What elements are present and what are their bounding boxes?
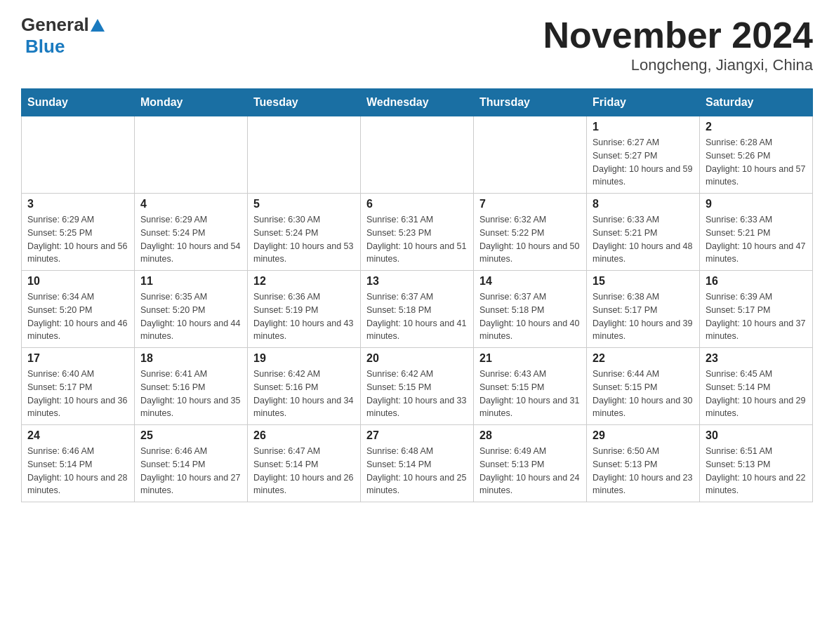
week-row-4: 17Sunrise: 6:40 AMSunset: 5:17 PMDayligh… xyxy=(22,348,813,425)
day-number: 2 xyxy=(706,121,807,133)
day-info: Sunrise: 6:33 AMSunset: 5:21 PMDaylight:… xyxy=(593,213,694,266)
day-info: Sunrise: 6:30 AMSunset: 5:24 PMDaylight:… xyxy=(253,213,355,266)
calendar-cell: 14Sunrise: 6:37 AMSunset: 5:18 PMDayligh… xyxy=(474,271,587,348)
day-number: 8 xyxy=(593,198,694,210)
day-info: Sunrise: 6:34 AMSunset: 5:20 PMDaylight:… xyxy=(27,290,128,343)
calendar-cell: 12Sunrise: 6:36 AMSunset: 5:19 PMDayligh… xyxy=(248,271,361,348)
day-number: 28 xyxy=(479,429,581,442)
calendar-cell xyxy=(135,116,248,194)
weekday-header-monday: Monday xyxy=(135,89,248,116)
calendar-cell: 29Sunrise: 6:50 AMSunset: 5:13 PMDayligh… xyxy=(587,425,700,502)
calendar-cell: 7Sunrise: 6:32 AMSunset: 5:22 PMDaylight… xyxy=(474,194,587,271)
calendar-cell xyxy=(474,116,587,194)
day-info: Sunrise: 6:44 AMSunset: 5:15 PMDaylight:… xyxy=(593,368,694,420)
day-number: 26 xyxy=(253,429,355,442)
calendar-cell: 26Sunrise: 6:47 AMSunset: 5:14 PMDayligh… xyxy=(248,425,361,502)
weekday-header-friday: Friday xyxy=(587,89,700,116)
calendar-cell xyxy=(248,116,361,194)
day-number: 29 xyxy=(593,429,694,442)
week-row-1: 1Sunrise: 6:27 AMSunset: 5:27 PMDaylight… xyxy=(22,116,813,194)
day-info: Sunrise: 6:39 AMSunset: 5:17 PMDaylight:… xyxy=(706,290,807,343)
day-info: Sunrise: 6:37 AMSunset: 5:18 PMDaylight:… xyxy=(479,290,581,343)
day-info: Sunrise: 6:28 AMSunset: 5:26 PMDaylight:… xyxy=(706,136,807,189)
calendar-cell: 30Sunrise: 6:51 AMSunset: 5:13 PMDayligh… xyxy=(700,425,813,502)
page-header: General Blue November 2024 Longcheng, Ji… xyxy=(21,14,813,74)
day-number: 9 xyxy=(706,198,807,210)
calendar-cell: 28Sunrise: 6:49 AMSunset: 5:13 PMDayligh… xyxy=(474,425,587,502)
day-number: 1 xyxy=(593,121,694,133)
day-info: Sunrise: 6:37 AMSunset: 5:18 PMDaylight:… xyxy=(366,290,468,343)
day-number: 5 xyxy=(253,198,355,210)
day-number: 6 xyxy=(366,198,468,210)
day-info: Sunrise: 6:29 AMSunset: 5:24 PMDaylight:… xyxy=(140,213,241,266)
weekday-header-tuesday: Tuesday xyxy=(248,89,361,116)
day-number: 19 xyxy=(253,352,355,365)
day-info: Sunrise: 6:45 AMSunset: 5:14 PMDaylight:… xyxy=(706,368,807,420)
day-number: 13 xyxy=(366,275,468,288)
day-number: 20 xyxy=(366,352,468,365)
calendar-cell: 6Sunrise: 6:31 AMSunset: 5:23 PMDaylight… xyxy=(361,194,474,271)
calendar-cell: 4Sunrise: 6:29 AMSunset: 5:24 PMDaylight… xyxy=(135,194,248,271)
day-info: Sunrise: 6:35 AMSunset: 5:20 PMDaylight:… xyxy=(140,290,241,343)
calendar-cell: 1Sunrise: 6:27 AMSunset: 5:27 PMDaylight… xyxy=(587,116,700,194)
day-number: 14 xyxy=(479,275,581,288)
logo: General Blue xyxy=(21,14,106,58)
day-info: Sunrise: 6:38 AMSunset: 5:17 PMDaylight:… xyxy=(593,290,694,343)
day-number: 18 xyxy=(140,352,241,365)
weekday-header-row: SundayMondayTuesdayWednesdayThursdayFrid… xyxy=(22,89,813,116)
calendar-cell: 24Sunrise: 6:46 AMSunset: 5:14 PMDayligh… xyxy=(22,425,135,502)
day-info: Sunrise: 6:41 AMSunset: 5:16 PMDaylight:… xyxy=(140,368,241,420)
day-number: 12 xyxy=(253,275,355,288)
day-info: Sunrise: 6:43 AMSunset: 5:15 PMDaylight:… xyxy=(479,368,581,420)
day-number: 4 xyxy=(140,198,241,210)
day-number: 25 xyxy=(140,429,241,442)
day-info: Sunrise: 6:47 AMSunset: 5:14 PMDaylight:… xyxy=(253,445,355,497)
day-info: Sunrise: 6:33 AMSunset: 5:21 PMDaylight:… xyxy=(706,213,807,266)
logo-general-text: General xyxy=(21,14,89,36)
calendar-cell: 25Sunrise: 6:46 AMSunset: 5:14 PMDayligh… xyxy=(135,425,248,502)
day-number: 15 xyxy=(593,275,694,288)
calendar-cell: 3Sunrise: 6:29 AMSunset: 5:25 PMDaylight… xyxy=(22,194,135,271)
logo-triangle-icon xyxy=(91,19,105,32)
day-number: 10 xyxy=(27,275,128,288)
weekday-header-thursday: Thursday xyxy=(474,89,587,116)
day-info: Sunrise: 6:50 AMSunset: 5:13 PMDaylight:… xyxy=(593,445,694,497)
calendar-cell: 13Sunrise: 6:37 AMSunset: 5:18 PMDayligh… xyxy=(361,271,474,348)
day-info: Sunrise: 6:46 AMSunset: 5:14 PMDaylight:… xyxy=(27,445,128,497)
calendar-cell: 2Sunrise: 6:28 AMSunset: 5:26 PMDaylight… xyxy=(700,116,813,194)
calendar-cell xyxy=(22,116,135,194)
calendar-cell: 8Sunrise: 6:33 AMSunset: 5:21 PMDaylight… xyxy=(587,194,700,271)
calendar-cell: 10Sunrise: 6:34 AMSunset: 5:20 PMDayligh… xyxy=(22,271,135,348)
day-info: Sunrise: 6:46 AMSunset: 5:14 PMDaylight:… xyxy=(140,445,241,497)
week-row-5: 24Sunrise: 6:46 AMSunset: 5:14 PMDayligh… xyxy=(22,425,813,502)
day-info: Sunrise: 6:42 AMSunset: 5:15 PMDaylight:… xyxy=(366,368,468,420)
calendar-cell: 23Sunrise: 6:45 AMSunset: 5:14 PMDayligh… xyxy=(700,348,813,425)
day-info: Sunrise: 6:31 AMSunset: 5:23 PMDaylight:… xyxy=(366,213,468,266)
day-number: 24 xyxy=(27,429,128,442)
month-title: November 2024 xyxy=(543,14,813,56)
day-number: 21 xyxy=(479,352,581,365)
calendar-cell: 27Sunrise: 6:48 AMSunset: 5:14 PMDayligh… xyxy=(361,425,474,502)
calendar-cell: 21Sunrise: 6:43 AMSunset: 5:15 PMDayligh… xyxy=(474,348,587,425)
day-info: Sunrise: 6:51 AMSunset: 5:13 PMDaylight:… xyxy=(706,445,807,497)
day-number: 30 xyxy=(706,429,807,442)
day-info: Sunrise: 6:42 AMSunset: 5:16 PMDaylight:… xyxy=(253,368,355,420)
day-info: Sunrise: 6:32 AMSunset: 5:22 PMDaylight:… xyxy=(479,213,581,266)
day-number: 23 xyxy=(706,352,807,365)
location-title: Longcheng, Jiangxi, China xyxy=(543,56,813,74)
day-info: Sunrise: 6:40 AMSunset: 5:17 PMDaylight:… xyxy=(27,368,128,420)
day-info: Sunrise: 6:29 AMSunset: 5:25 PMDaylight:… xyxy=(27,213,128,266)
day-number: 11 xyxy=(140,275,241,288)
week-row-2: 3Sunrise: 6:29 AMSunset: 5:25 PMDaylight… xyxy=(22,194,813,271)
week-row-3: 10Sunrise: 6:34 AMSunset: 5:20 PMDayligh… xyxy=(22,271,813,348)
calendar-cell: 22Sunrise: 6:44 AMSunset: 5:15 PMDayligh… xyxy=(587,348,700,425)
calendar-cell: 5Sunrise: 6:30 AMSunset: 5:24 PMDaylight… xyxy=(248,194,361,271)
calendar-cell: 17Sunrise: 6:40 AMSunset: 5:17 PMDayligh… xyxy=(22,348,135,425)
day-info: Sunrise: 6:48 AMSunset: 5:14 PMDaylight:… xyxy=(366,445,468,497)
day-number: 3 xyxy=(27,198,128,210)
weekday-header-saturday: Saturday xyxy=(700,89,813,116)
weekday-header-wednesday: Wednesday xyxy=(361,89,474,116)
calendar-cell xyxy=(361,116,474,194)
calendar-cell: 16Sunrise: 6:39 AMSunset: 5:17 PMDayligh… xyxy=(700,271,813,348)
calendar-cell: 11Sunrise: 6:35 AMSunset: 5:20 PMDayligh… xyxy=(135,271,248,348)
